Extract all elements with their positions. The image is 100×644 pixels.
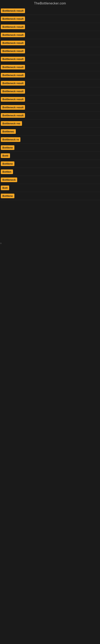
list-item: Bottleneck result [0,63,100,71]
bottleneck-badge[interactable]: Bottl [1,153,10,158]
list-item: Bottleneck result [0,23,100,31]
list-item: Bottleneck result [0,96,100,104]
bottleneck-badge[interactable]: Bottleneck result [1,16,25,21]
list-item: Bottleneck result [0,112,100,120]
list-item: Bottlene [0,144,100,152]
site-title: TheBottlenecker.com [0,0,100,7]
bottleneck-badge[interactable]: Bottleneck result [1,81,25,86]
bottleneck-badge[interactable]: Bottlene [1,162,14,166]
site-header: TheBottlenecker.com [0,0,100,7]
bottleneck-badge[interactable]: Bottlene [1,145,14,150]
list-item: Bottleneck result [0,71,100,79]
footer-label: 0 [0,242,1,244]
bottleneck-badge[interactable]: Bottleneck result [1,24,25,29]
bottleneck-badge[interactable]: Bottleneck [1,178,17,182]
list-item: Bottlene [0,160,100,168]
bottleneck-badge[interactable]: Bottleneck res [1,121,22,126]
list-item: Bottlen [0,168,100,176]
bottleneck-badge[interactable]: Bottleneck result [1,32,25,37]
bottleneck-badge[interactable]: Bottleneck result [1,113,25,118]
list-item: Bottleneck result [0,7,100,15]
bottleneck-badge[interactable]: Bott [1,186,9,190]
list-item: Bottleneck result [0,47,100,55]
bottleneck-badge[interactable]: Bottleneck result [1,89,25,94]
list-item: Bottleneck result [0,87,100,96]
bottleneck-badge[interactable]: Bottleneck result [1,73,25,78]
list-item: Bottleneck result [0,104,100,112]
bottleneck-badge[interactable]: Bottleneck result [1,41,25,45]
bottleneck-badge[interactable]: Bottleneck result [1,65,25,70]
list-item: Bottl [0,152,100,160]
bottleneck-badge[interactable]: Bottleneck result [1,97,25,102]
bottleneck-badge[interactable]: Bottleneck result [1,8,25,13]
bottleneck-badge[interactable]: Bottlenec [1,129,16,134]
bottleneck-badge[interactable]: Bottleneck result [1,105,25,110]
list-item: Bottlenec [0,128,100,136]
badge-list: Bottleneck resultBottleneck resultBottle… [0,7,100,200]
list-item: Bottleneck [0,176,100,184]
bottleneck-badge[interactable]: Bottleneck re [1,137,20,142]
bottleneck-badge[interactable]: Bottlene [1,194,14,198]
list-item: Bottleneck result [0,31,100,39]
bottleneck-badge[interactable]: Bottleneck result [1,57,25,62]
list-item: Bottleneck result [0,39,100,47]
bottleneck-badge[interactable]: Bottleneck result [1,49,25,53]
list-item: Bottleneck result [0,15,100,23]
list-item: Bottleneck res [0,120,100,128]
list-item: Bottleneck result [0,79,100,87]
bottleneck-badge[interactable]: Bottlen [1,170,13,174]
list-item: Bottleneck re [0,136,100,144]
list-item: Bottleneck result [0,55,100,63]
list-item: Bott [0,184,100,192]
list-item: Bottlene [0,192,100,200]
